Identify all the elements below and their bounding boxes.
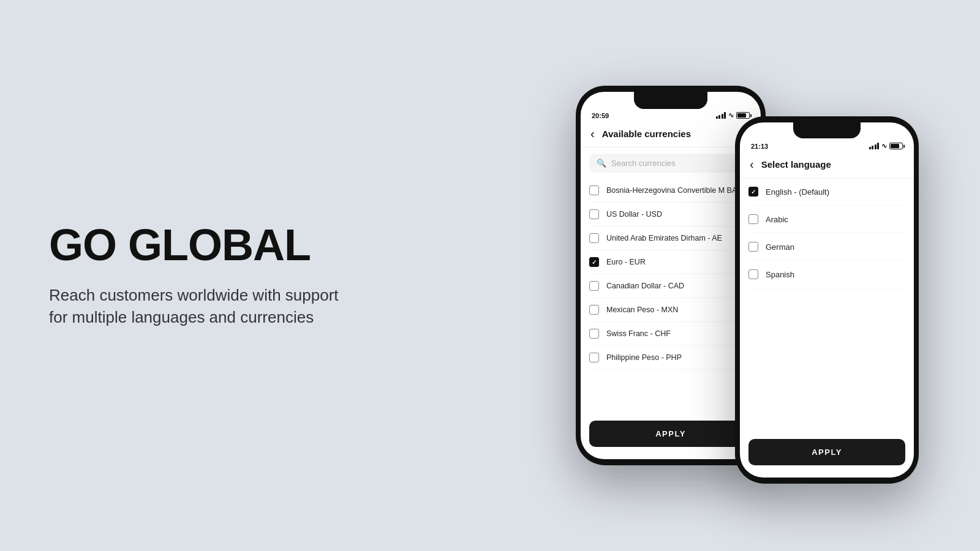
left-section: GO GLOBAL Reach customers worldwide with… [49,223,339,329]
checkbox-4[interactable] [589,281,599,291]
wifi-icon-1: ∿ [728,111,734,119]
language-header: ‹ Select language [740,152,914,178]
back-arrow-1[interactable]: ‹ [590,127,595,141]
battery-icon-2 [889,143,903,149]
time-1: 20:59 [592,112,609,119]
phone-language: 21:13 ∿ ‹ Select language [735,116,919,484]
search-icon: 🔍 [597,159,606,168]
lang-checkbox-1[interactable] [748,214,758,224]
search-placeholder: Search currencies [611,159,676,168]
language-item-1[interactable]: Arabic [748,206,905,233]
currencies-title: Available currencies [602,129,691,139]
checkbox-7[interactable] [589,353,599,362]
currency-item-4[interactable]: Canadian Dollar - CAD [589,274,752,298]
currency-label-0: Bosnia-Herzegovina Convertible M BAM [606,186,744,195]
checkbox-6[interactable] [589,329,599,339]
currencies-header: ‹ Available currencies [581,122,761,148]
phone-language-screen: 21:13 ∿ ‹ Select language [740,122,914,478]
currency-label-2: United Arab Emirates Dirham - AE [606,234,722,242]
currency-item-6[interactable]: Swiss Franc - CHF [589,322,752,346]
status-icons-1: ∿ [716,111,750,119]
checkbox-2[interactable] [589,233,599,243]
currency-label-6: Swiss Franc - CHF [606,329,671,338]
currency-item-5[interactable]: Mexican Peso - MXN [589,298,752,322]
currency-item-2[interactable]: United Arab Emirates Dirham - AE [589,227,752,250]
signal-icon-1 [716,112,726,119]
notch-2 [793,122,861,138]
language-label-3: Spanish [766,270,794,279]
apply-button-1[interactable]: APPLY [589,421,752,447]
back-arrow-2[interactable]: ‹ [750,157,754,171]
currency-item-7[interactable]: Philippine Peso - PHP [589,346,752,370]
currency-label-1: US Dollar - USD [606,210,662,219]
battery-icon-1 [736,112,750,119]
currency-label-3: Euro - EUR [606,258,646,266]
language-title: Select language [761,159,831,170]
lang-checkbox-0[interactable] [748,187,758,197]
wifi-icon-2: ∿ [881,142,887,150]
checkbox-1[interactable] [589,209,599,219]
language-label-2: German [766,242,794,252]
lang-checkbox-3[interactable] [748,269,758,279]
notch-1 [634,92,707,109]
language-list: English - (Default) Arabic German Spanis… [740,178,914,288]
currency-label-4: Canadian Dollar - CAD [606,282,684,290]
currency-item-3[interactable]: Euro - EUR [589,250,752,274]
language-item-0[interactable]: English - (Default) [748,178,905,206]
language-label-0: English - (Default) [766,187,829,197]
currency-item-1[interactable]: US Dollar - USD [589,203,752,227]
search-bar[interactable]: 🔍 Search currencies [589,154,752,173]
checkbox-0[interactable] [589,186,599,195]
checkbox-5[interactable] [589,305,599,315]
currency-label-5: Mexican Peso - MXN [606,305,678,314]
phones-container: 20:59 ∿ ‹ Available curre [576,67,919,484]
status-icons-2: ∿ [869,142,903,150]
language-label-1: Arabic [766,215,788,224]
time-2: 21:13 [751,143,768,150]
checkbox-3[interactable] [589,257,599,267]
lang-checkbox-2[interactable] [748,242,758,252]
headline: GO GLOBAL [49,223,339,267]
currency-item-0[interactable]: Bosnia-Herzegovina Convertible M BAM [589,179,752,203]
language-item-3[interactable]: Spanish [748,261,905,288]
apply-button-2[interactable]: APPLY [748,439,905,465]
signal-icon-2 [869,143,880,149]
subtext: Reach customers worldwide with supportfo… [49,284,339,329]
currency-label-7: Philippine Peso - PHP [606,353,682,362]
language-item-2[interactable]: German [748,233,905,261]
currency-list: Bosnia-Herzegovina Convertible M BAM US … [581,179,761,370]
phone-currencies-screen: 20:59 ∿ ‹ Available curre [581,92,761,459]
